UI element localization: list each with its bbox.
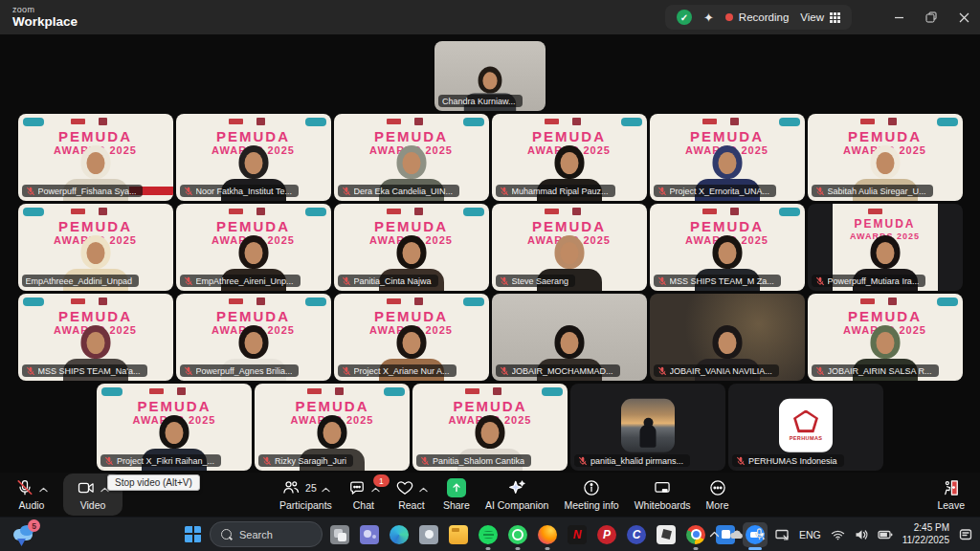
wifi-icon[interactable]	[831, 529, 845, 540]
teams-icon[interactable]	[357, 522, 382, 547]
video-tile[interactable]: panitia_khalid pirmans...	[570, 384, 725, 471]
clock-date: 11/22/2025	[902, 535, 949, 547]
capcut-icon[interactable]: C	[624, 522, 649, 547]
video-tile[interactable]: PEMUDAAWARDS 2025Project X_Ernorita_UNA.…	[650, 114, 805, 201]
video-tile[interactable]: PEMUDAAWARDS 2025EmpAthreee_Addini_Unpad	[18, 204, 173, 291]
video-tile[interactable]: PEMUDAAWARDS 2025Project X_Ariane Nur A.…	[334, 294, 489, 381]
muted-mic-icon	[184, 187, 193, 196]
muted-mic-icon	[342, 276, 351, 286]
start-button[interactable]	[180, 522, 205, 547]
pinterest-icon[interactable]: P	[594, 522, 619, 547]
whiteboards-button[interactable]: Whiteboards	[635, 474, 691, 516]
toolbar-right-group: Leave	[929, 474, 972, 516]
video-tile[interactable]: PEMUDAAWARDS 2025Project X_Fikri Raihan_…	[97, 384, 252, 471]
react-button[interactable]: React	[395, 474, 428, 516]
video-tile[interactable]: PEMUDAAWARDS 2025Rizky Saragih_Juri	[255, 384, 410, 471]
participant-name: Dera Eka Candelia_UIN...	[354, 187, 454, 196]
more-button[interactable]: More	[706, 474, 729, 516]
video-tile[interactable]: PEMUDAAWARDS 2025EmpAthree_Aireni_Unp...	[176, 204, 331, 291]
chat-button[interactable]: 1Chat	[347, 474, 380, 516]
sponsor-logo-icon	[730, 118, 739, 125]
participant-name-pill: JOBAIR_AIRIN SALSA R...	[812, 364, 939, 377]
sponsor-logo-icon	[702, 209, 717, 214]
corner-badge	[779, 208, 800, 216]
widgets-button[interactable]: 5	[11, 521, 40, 548]
minimize-button[interactable]	[882, 0, 915, 34]
notification-center-icon[interactable]	[959, 528, 972, 540]
video-tile[interactable]: PEMUDAAWARDS 2025Powerpuff_Agnes Brilia.…	[176, 294, 331, 381]
participant-name: Powerpuff_Fishana Sya...	[38, 187, 137, 196]
volume-icon[interactable]	[855, 529, 868, 540]
video-tile[interactable]: PEMUDAAWARDS 2025MSS SHIPS TEAM_Na'a...	[18, 294, 173, 381]
muted-mic-icon	[500, 187, 509, 196]
video-tile[interactable]: JOBAIR_VANIA NAVILIA...	[650, 294, 805, 381]
info-label: Meeting info	[564, 499, 618, 511]
microphone-in-use-icon[interactable]	[754, 528, 766, 540]
video-tile[interactable]: PEMUDAAWARDS 2025JOBAIR_AIRIN SALSA R...	[808, 294, 963, 381]
react-label: React	[398, 499, 424, 511]
participant-name: Panitia_Shalom Cantika	[433, 456, 524, 466]
react-menu-chevron-icon[interactable]	[419, 479, 428, 496]
video-tile[interactable]: PEMUDAAWARDS 2025Panitia_Shalom Cantika	[412, 384, 568, 471]
taskbar-clock[interactable]: 2:45 PM 11/22/2025	[902, 522, 949, 546]
video-tile[interactable]: PEMUDAAWARDS 2025Dera Eka Candelia_UIN..…	[334, 114, 489, 201]
video-tile[interactable]: PERHUMASPERHUMAS Indonesia	[728, 384, 883, 471]
photos-icon[interactable]	[416, 522, 441, 547]
onedrive-cloud-icon[interactable]	[729, 529, 745, 540]
spotify-icon[interactable]	[476, 522, 501, 547]
participant-name-pill: panitia_khalid pirmans...	[574, 454, 690, 467]
close-window-button[interactable]	[947, 0, 980, 34]
battery-icon[interactable]	[878, 529, 893, 540]
avatar: PERHUMAS	[779, 398, 833, 452]
task-view-icon[interactable]	[327, 522, 352, 547]
netflix-icon[interactable]: N	[565, 522, 590, 547]
video-tile[interactable]: Chandra Kurniaw...	[434, 41, 546, 111]
security-shield-icon[interactable]: ✓	[677, 10, 692, 25]
participant-name: JOBAIR_AIRIN SALSA R...	[828, 366, 932, 376]
video-tile[interactable]: PEMUDAAWARDS 2025Powerpuff_Mutiara Ira..…	[808, 204, 963, 291]
participant-name-pill: JOBAIR_MOCHAMMAD...	[496, 364, 620, 377]
participant-name-pill: Chandra Kurniaw...	[438, 95, 523, 107]
video-tile[interactable]: PEMUDAAWARDS 2025Noor Fatkha_Institut Te…	[176, 114, 331, 201]
file-explorer-icon[interactable]	[446, 522, 471, 547]
meeting-status-pill: ✓ ✦ Recording View	[665, 5, 852, 30]
toolbar-center-group: 25Participants1ChatReactShareAI Companio…	[272, 474, 737, 516]
muted-mic-icon	[26, 366, 35, 376]
muted-mic-icon	[262, 456, 272, 466]
corner-badge	[101, 387, 122, 396]
share-button[interactable]: Share	[443, 474, 470, 516]
muted-mic-icon	[26, 187, 35, 196]
video-tile[interactable]: JOBAIR_MOCHAMMAD...	[492, 294, 647, 381]
chrome-icon[interactable]	[683, 522, 708, 547]
video-tile[interactable]: PEMUDAAWARDS 2025Muhammad Ripal Pauz...	[492, 114, 647, 201]
leave-button[interactable]: Leave	[937, 474, 965, 516]
cast-screen-icon[interactable]	[775, 529, 790, 540]
ai-button[interactable]: AI Companion	[485, 474, 549, 516]
view-button[interactable]: View	[800, 11, 840, 23]
hidden-icons-chevron-icon[interactable]	[709, 531, 720, 538]
roblox-icon[interactable]	[654, 522, 679, 547]
video-tile[interactable]: PEMUDAAWARDS 2025Sabitah Aulia Siregar_U…	[808, 114, 963, 201]
restore-window-button[interactable]	[915, 0, 947, 34]
video-tile[interactable]: PEMUDAAWARDS 2025Steve Saerang	[492, 204, 647, 291]
firefox-icon[interactable]	[535, 522, 560, 547]
audio-button[interactable]: Audio	[15, 474, 48, 516]
participants-button[interactable]: 25Participants	[279, 474, 332, 516]
audio-menu-chevron-icon[interactable]	[39, 479, 48, 496]
edge-icon[interactable]	[387, 522, 412, 547]
whatsapp-icon[interactable]	[505, 522, 530, 547]
search-box[interactable]: Search	[210, 521, 323, 547]
sponsor-logo-icon	[414, 208, 423, 215]
video-tile[interactable]: PEMUDAAWARDS 2025Panitia_Cinta Najwa	[334, 204, 489, 291]
participants-menu-chevron-icon[interactable]	[322, 479, 330, 496]
corner-badge	[542, 387, 563, 396]
ai-sparkle-icon[interactable]: ✦	[703, 11, 714, 24]
recording-indicator[interactable]: Recording	[725, 11, 789, 23]
language-indicator[interactable]: ENG	[799, 529, 821, 540]
video-tile[interactable]: PEMUDAAWARDS 2025Powerpuff_Fishana Sya..…	[18, 114, 173, 201]
participant-name: Panitia_Cinta Najwa	[354, 276, 432, 286]
corner-badge	[23, 118, 44, 126]
sponsor-logo-icon	[387, 298, 401, 304]
info-button[interactable]: Meeting info	[564, 474, 618, 516]
video-tile[interactable]: PEMUDAAWARDS 2025MSS SHIPS TEAM_M Za...	[650, 204, 805, 291]
